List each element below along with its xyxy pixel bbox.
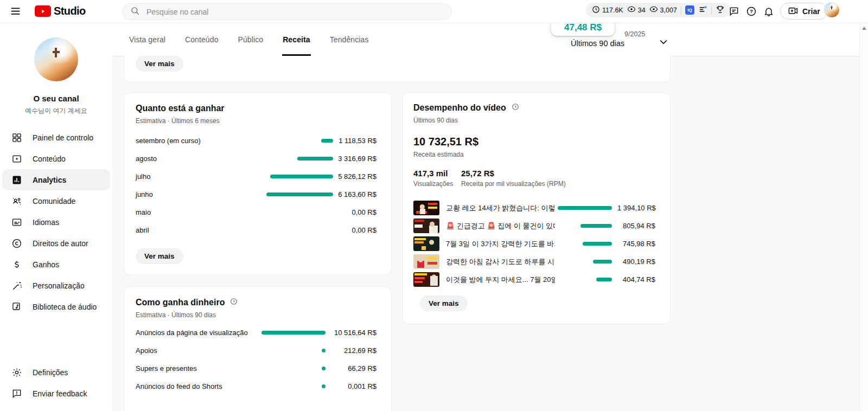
row-bar: [555, 242, 612, 246]
analytics-tab-band: Vista geralConteúdoPúblicoReceitaTendênc…: [112, 23, 859, 56]
hamburger-menu-icon[interactable]: [9, 5, 22, 18]
scrollbar-up-arrow[interactable]: [862, 27, 866, 30]
sidebar-item-label: Direitos de autor: [33, 239, 88, 248]
row-bar: [258, 367, 326, 370]
youtube-studio-logo[interactable]: Studio: [35, 5, 86, 17]
value-dot: [322, 367, 326, 370]
date-range-label[interactable]: Últimos 90 dias: [571, 39, 624, 48]
video-performance-card: Desempenho do vídeo Últimos 90 dias 10 7…: [403, 92, 671, 324]
revenue-source-row[interactable]: Anúncios da página de visualização10 516…: [136, 324, 376, 342]
row-value: 3 316,69 R$: [337, 155, 376, 163]
vidiq-icon[interactable]: IQ: [685, 5, 694, 15]
views-stat-value: 417,3 mil: [413, 169, 461, 178]
video-row[interactable]: 강력한 아침 감사 기도로 하루를 시작...490,19 R$: [413, 253, 655, 271]
notifications-bell-icon[interactable]: [762, 4, 776, 18]
sidebar-item-personalizacao[interactable]: Personalização: [0, 275, 112, 296]
row-bar: [555, 206, 612, 210]
sidebar-item-ganhos[interactable]: Ganhos: [0, 254, 112, 275]
sidebar-item-conteudo[interactable]: Conteúdo: [0, 148, 112, 169]
revenue-source-row[interactable]: Anúncios do feed do Shorts0,001 R$: [136, 377, 376, 395]
value-bar: [596, 278, 612, 281]
sidebar-item-enviar-feedback[interactable]: Enviar feedback: [0, 383, 112, 404]
row-value: 10 516,64 R$: [330, 329, 376, 337]
value-bar: [297, 157, 333, 160]
earnings-row[interactable]: julho5 826,12 R$: [136, 168, 376, 185]
row-label: Anúncios do feed do Shorts: [136, 382, 222, 390]
card-subtitle: Estimativa · Últimos 6 meses: [136, 117, 376, 125]
value-bar: [261, 331, 326, 335]
gear-icon: [11, 367, 22, 378]
sidebar-menu: Painel de controloConteúdoAnalyticsComun…: [0, 127, 112, 317]
earnings-row[interactable]: maio0,00 R$: [136, 203, 376, 221]
stats-list-icon[interactable]: [698, 5, 707, 16]
earnings-row[interactable]: junho6 163,60 R$: [136, 185, 376, 203]
row-value: 5 826,12 R$: [337, 172, 376, 181]
channel-search-bar[interactable]: [122, 3, 452, 20]
see-more-button[interactable]: Ver mais: [136, 248, 183, 264]
video-row[interactable]: 🚨 긴급경고 🚨 집에 이 물건이 있다면...805,94 R$: [413, 217, 655, 235]
row-label: setembro (em curso): [136, 137, 201, 145]
app-header: Studio 117.6K 34 3,007 IQ ?: [0, 0, 868, 23]
search-input[interactable]: [146, 8, 444, 16]
channel-stats-pill[interactable]: 117.6K 34 3,007 IQ: [586, 3, 731, 17]
video-thumbnail: [413, 219, 439, 233]
sidebar-item-painel-de-controlo[interactable]: Painel de controlo: [0, 127, 112, 148]
time-info-icon[interactable]: [512, 103, 519, 113]
account-avatar[interactable]: [824, 2, 839, 17]
channel-avatar[interactable]: [34, 37, 78, 81]
tab-vista-geral[interactable]: Vista geral: [129, 23, 166, 56]
value-bar: [593, 260, 612, 264]
video-row[interactable]: 이것을 방에 두지 마세요... 7월 20일 악...404,74 R$: [413, 271, 655, 288]
row-value: 1 394,10 R$: [617, 204, 655, 212]
see-more-button[interactable]: Ver mais: [420, 296, 468, 311]
row-label: Apoios: [136, 346, 157, 355]
row-label: Anúncios da página de visualização: [136, 329, 248, 337]
tab-tendencias[interactable]: Tendências: [329, 23, 369, 56]
watch-time-stat: 117.6K: [592, 5, 623, 15]
help-icon[interactable]: ?: [744, 4, 758, 18]
sidebar-item-label: Personalização: [33, 281, 85, 290]
video-row[interactable]: 7월 3일 이 3가지 강력한 기도를 바치...745,98 R$: [413, 235, 655, 253]
sidebar-item-biblioteca-de-audio[interactable]: Biblioteca de áudio: [0, 296, 112, 317]
sidebar-footer: DefiniçõesEnviar feedback: [0, 362, 112, 404]
sidebar-item-label: Definições: [33, 368, 68, 377]
watch-time-value: 117.6K: [602, 7, 623, 14]
row-label: julho: [136, 172, 150, 181]
page-scrollbar[interactable]: [859, 23, 868, 411]
views-stat-b: 3,007: [649, 5, 677, 15]
row-bar: [263, 139, 333, 143]
revenue-sources-card: Como ganha dinheiro Estimativa · Últimos…: [124, 286, 392, 411]
tab-conteudo[interactable]: Conteúdo: [184, 23, 219, 56]
see-more-button[interactable]: Ver mais: [136, 56, 183, 72]
create-button[interactable]: Criar: [780, 3, 828, 20]
sidebar-item-analytics[interactable]: Analytics: [2, 169, 110, 190]
feedback-comment-icon[interactable]: [727, 4, 741, 18]
svg-text:?: ?: [750, 9, 753, 14]
earnings-row[interactable]: abril0,00 R$: [136, 221, 376, 239]
create-icon: [788, 5, 798, 17]
sidebar-item-comunidade[interactable]: Comunidade: [0, 190, 112, 211]
revenue-source-row[interactable]: Supers e presentes66,29 R$: [136, 359, 376, 377]
scrolled-card-bottom: Ver mais: [124, 56, 671, 82]
value-bar: [583, 242, 612, 246]
earnings-row[interactable]: setembro (em curso)1 118,53 R$: [136, 132, 376, 150]
row-label: junho: [136, 190, 153, 198]
sidebar-item-label: Idiomas: [33, 218, 59, 227]
video-row[interactable]: 교황 레오 14세가 밝혔습니다: 이렇게 ...1 394,10 R$: [413, 199, 655, 217]
sidebar-item-label: Comunidade: [33, 197, 75, 206]
video-thumbnail: [413, 254, 439, 269]
tab-receita[interactable]: Receita: [282, 23, 311, 56]
time-info-icon[interactable]: [230, 298, 238, 307]
sidebar-item-idiomas[interactable]: Idiomas: [0, 211, 112, 233]
create-label: Criar: [802, 7, 820, 16]
sidebar-item-definicoes[interactable]: Definições: [0, 362, 112, 383]
sidebar-item-direitos-de-autor[interactable]: Direitos de autor: [0, 233, 112, 254]
chevron-down-icon[interactable]: [656, 35, 671, 49]
trophy-icon[interactable]: [716, 5, 725, 16]
row-bar: [555, 260, 612, 264]
tab-publico[interactable]: Público: [238, 23, 264, 56]
value-bar: [266, 192, 333, 196]
earnings-row[interactable]: agosto3 316,69 R$: [136, 150, 376, 168]
revenue-source-row[interactable]: Apoios212,69 R$: [136, 342, 376, 359]
revenue-tooltip-value: 47,48 R$: [564, 22, 602, 33]
